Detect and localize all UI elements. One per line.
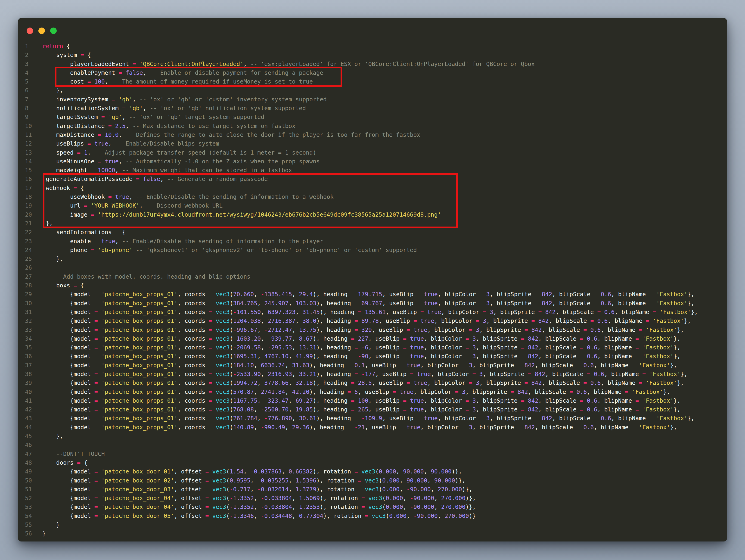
line-number: 16 [25, 175, 32, 184]
code-text: useBlips = true, -- Enable/Disable blips… [42, 139, 219, 148]
code-text: system = { [42, 51, 91, 60]
minimize-button[interactable] [38, 28, 45, 34]
code-line: 10 targetDistance = 2.5, -- Max distance… [18, 122, 727, 130]
line-number: 34 [25, 334, 32, 343]
code-text: {model = 'patoche_box_props_01', coords … [42, 396, 680, 405]
line-number: 47 [25, 449, 32, 459]
code-line: 50 {model = 'patoche_box_door_02', offse… [18, 476, 727, 485]
line-number: 42 [25, 405, 32, 414]
line-number: 8 [25, 104, 28, 113]
line-number: 51 [25, 485, 32, 494]
line-number: 56 [25, 529, 32, 538]
code-line: 7 inventorySystem = 'qb', -- 'ox' or 'qb… [18, 95, 727, 104]
window-titlebar [27, 28, 57, 34]
code-line: 13 speed = 1, -- Adjust package transfer… [18, 148, 727, 157]
code-text: {model = 'patoche_box_props_01', coords … [42, 352, 680, 361]
code-line: 1return { [18, 42, 727, 51]
code-text: {model = 'patoche_box_door_02', offset =… [42, 476, 465, 485]
code-text: {model = 'patoche_box_props_01', coords … [42, 370, 687, 379]
line-number: 12 [25, 139, 32, 148]
code-text: {model = 'patoche_box_props_01', coords … [42, 379, 684, 387]
code-text: {model = 'patoche_box_door_03', offset =… [42, 485, 473, 494]
line-number: 23 [25, 237, 32, 246]
code-text: targetDistance = 2.5, -- Max distance to… [42, 122, 295, 130]
zoom-button[interactable] [50, 28, 57, 34]
code-text: {model = 'patoche_box_door_04', offset =… [42, 494, 476, 503]
line-number: 13 [25, 148, 32, 157]
line-number: 49 [25, 467, 32, 476]
code-text: sendInformations = { [42, 228, 126, 237]
code-text: enable = true, -- Enable/Disable the sen… [42, 237, 323, 246]
code-text: {model = 'patoche_box_props_01', coords … [42, 423, 677, 432]
line-number: 52 [25, 494, 32, 503]
code-line: 49 {model = 'patoche_box_door_01', offse… [18, 467, 727, 476]
code-line: 40 {model = 'patoche_box_props_01', coor… [18, 387, 727, 396]
code-text: boxs = { [42, 281, 84, 290]
line-number: 38 [25, 370, 32, 379]
code-line: 31 {model = 'patoche_box_props_01', coor… [18, 308, 727, 317]
code-line: 12 useBlips = true, -- Enable/Disable bl… [18, 139, 727, 148]
code-line: 39 {model = 'patoche_box_props_01', coor… [18, 379, 727, 387]
line-number: 39 [25, 379, 32, 387]
line-number: 45 [25, 432, 32, 441]
line-number: 4 [25, 68, 28, 77]
line-number: 19 [25, 201, 32, 210]
code-line: 2 system = { [18, 51, 727, 60]
code-line: 48 doors = { [18, 459, 727, 467]
code-text: }, [42, 86, 63, 95]
code-line: 46 [18, 441, 727, 449]
code-line: 8 notificationSystem = 'qb', -- 'ox' or … [18, 104, 727, 113]
line-number: 30 [25, 299, 32, 308]
code-line: 47 --DONT'T TOUCH [18, 449, 727, 459]
code-line: 29 {model = 'patoche_box_props_01', coor… [18, 290, 727, 299]
code-lines: 1return {2 system = {3 playerLoadedEvent… [18, 42, 727, 538]
code-line: 6 }, [18, 86, 727, 95]
line-number: 48 [25, 459, 32, 467]
line-number: 31 [25, 308, 32, 317]
code-line: 26 [18, 263, 727, 272]
line-number: 55 [25, 521, 32, 529]
line-number: 46 [25, 441, 32, 449]
line-number: 43 [25, 414, 32, 423]
code-line: 34 {model = 'patoche_box_props_01', coor… [18, 334, 727, 343]
code-text: phone = 'qb-phone' -- 'gksphonev1' or 'g… [42, 246, 417, 254]
code-line: 44 {model = 'patoche_box_props_01', coor… [18, 423, 727, 432]
code-line: 14 useMinusOne = true, -- Automatically … [18, 157, 727, 166]
code-line: 35 {model = 'patoche_box_props_01', coor… [18, 343, 727, 352]
line-number: 25 [25, 254, 32, 263]
code-line: 38 {model = 'patoche_box_props_01', coor… [18, 370, 727, 379]
code-line: 9 targetSystem = 'qb', -- 'ox' or 'qb' t… [18, 113, 727, 122]
code-text: {model = 'patoche_box_props_01', coords … [42, 387, 670, 396]
code-text: } [42, 529, 46, 538]
line-number: 54 [25, 511, 32, 521]
code-text: --DONT'T TOUCH [42, 449, 105, 459]
code-text: }, [42, 254, 63, 263]
line-number: 28 [25, 281, 32, 290]
line-number: 27 [25, 272, 32, 281]
code-text: {model = 'patoche_box_door_01', offset =… [42, 467, 462, 476]
code-line: 51 {model = 'patoche_box_door_03', offse… [18, 485, 727, 494]
code-text: useMinusOne = true, -- Automatically -1.… [42, 157, 320, 166]
code-line: 36 {model = 'patoche_box_props_01', coor… [18, 352, 727, 361]
line-number: 26 [25, 263, 32, 272]
line-number: 50 [25, 476, 32, 485]
annotation-box-webhook-settings [43, 173, 458, 228]
line-number: 1 [25, 42, 28, 51]
line-number: 5 [25, 77, 28, 86]
code-line: 27 --Add boxes with model, coords, headi… [18, 272, 727, 281]
code-text: {model = 'patoche_box_props_01', coords … [42, 343, 680, 352]
code-text: {model = 'patoche_box_props_01', coords … [42, 325, 684, 334]
line-number: 35 [25, 343, 32, 352]
line-number: 17 [25, 184, 32, 192]
close-button[interactable] [27, 28, 33, 34]
code-text: notificationSystem = 'qb', -- 'ox' or 'q… [42, 104, 306, 113]
code-line: 30 {model = 'patoche_box_props_01', coor… [18, 299, 727, 308]
line-number: 33 [25, 325, 32, 334]
code-text: {model = 'patoche_box_props_01', coords … [42, 290, 694, 299]
line-number: 2 [25, 51, 28, 60]
code-line: 45 }, [18, 432, 727, 441]
code-text: doors = { [42, 459, 88, 467]
line-number: 29 [25, 290, 32, 299]
code-line: 11 maxDistance = 10.0, -- Defines the ra… [18, 130, 727, 139]
line-number: 22 [25, 228, 32, 237]
